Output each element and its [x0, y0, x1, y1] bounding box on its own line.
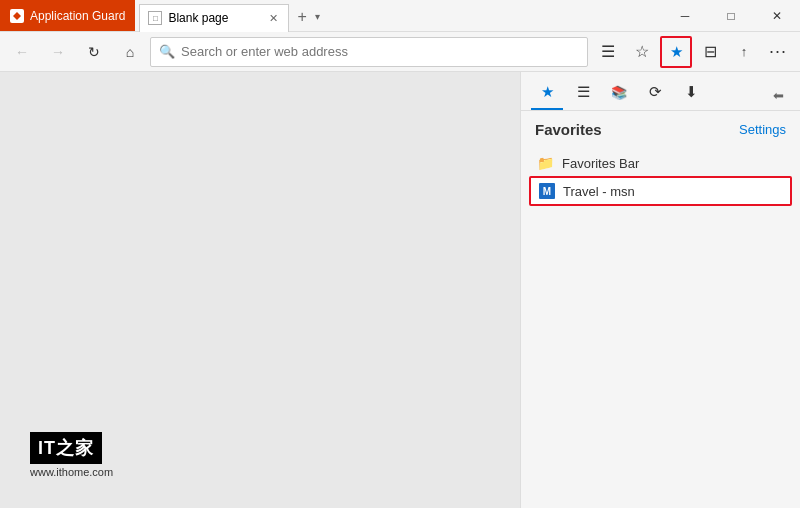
tab-favorites[interactable]: ★ [531, 80, 563, 110]
tab-area: □ Blank page ✕ + ▾ [135, 0, 662, 31]
pin-icon: ⬅ [773, 88, 784, 103]
back-icon: ← [15, 44, 29, 60]
home-icon: ⌂ [126, 44, 134, 60]
tab-page-icon: □ [148, 11, 162, 25]
close-button[interactable]: ✕ [754, 0, 800, 32]
watermark-logo: IT之家 [30, 432, 102, 464]
search-icon: 🔍 [159, 44, 175, 59]
refresh-icon: ↻ [88, 44, 100, 60]
more-icon: ··· [769, 41, 787, 62]
forward-button[interactable]: → [42, 36, 74, 68]
new-tab-button[interactable]: + [291, 8, 312, 26]
hub-icon: ★ [670, 43, 683, 61]
app-guard-tab: Application Guard [0, 0, 135, 31]
home-button[interactable]: ⌂ [114, 36, 146, 68]
folder-icon: 📁 [537, 155, 554, 171]
address-bar[interactable]: 🔍 [150, 37, 588, 67]
favorites-tab-icon: ★ [541, 83, 554, 101]
title-bar: Application Guard □ Blank page ✕ + ▾ ─ □… [0, 0, 800, 32]
favorites-panel: ★ ☰ 📚 ⟳ ⬇ ⬅ Favorites Settings [520, 72, 800, 508]
favorites-bar-folder[interactable]: 📁 Favorites Bar [529, 150, 792, 176]
history-tab-icon: ⟳ [649, 83, 662, 101]
tab-reading-list[interactable]: ☰ [567, 80, 599, 110]
share-icon: ↑ [741, 44, 748, 59]
nav-icons-right: ☰ ☆ ★ ⊟ ↑ ··· [592, 36, 794, 68]
refresh-button[interactable]: ↻ [78, 36, 110, 68]
nav-bar: ← → ↻ ⌂ 🔍 ☰ ☆ ★ ⊟ ↑ ··· [0, 32, 800, 72]
back-button[interactable]: ← [6, 36, 38, 68]
tab-dropdown-button[interactable]: ▾ [315, 11, 320, 22]
travel-msn-icon: M [539, 183, 555, 199]
reading-list-icon: ☰ [601, 42, 615, 61]
app-guard-label: Application Guard [30, 9, 125, 23]
downloads-tab-icon: ⬇ [685, 83, 698, 101]
svg-marker-0 [13, 12, 21, 20]
tab-history[interactable]: ⟳ [639, 80, 671, 110]
tab-downloads[interactable]: ⬇ [675, 80, 707, 110]
browser-tab[interactable]: □ Blank page ✕ [139, 4, 289, 32]
folder-label: Favorites Bar [562, 156, 639, 171]
travel-msn-label: Travel - msn [563, 184, 635, 199]
favorites-star-icon: ☆ [635, 42, 649, 61]
watermark: IT之家 www.ithome.com [30, 432, 113, 478]
hub-button[interactable]: ★ [660, 36, 692, 68]
tab-close-button[interactable]: ✕ [267, 10, 280, 27]
forward-icon: → [51, 44, 65, 60]
settings-link[interactable]: Settings [739, 122, 786, 137]
reading-list-button[interactable]: ☰ [592, 36, 624, 68]
browser-content: IT之家 www.ithome.com [0, 72, 520, 508]
tab-label: Blank page [168, 11, 228, 25]
window-controls: ─ □ ✕ [662, 0, 800, 31]
watermark-url: www.ithome.com [30, 466, 113, 478]
restore-button[interactable]: □ [708, 0, 754, 32]
reading-view-icon: ⊟ [704, 42, 717, 61]
pin-panel-button[interactable]: ⬅ [766, 83, 790, 107]
favorites-button[interactable]: ☆ [626, 36, 658, 68]
more-button[interactable]: ··· [762, 36, 794, 68]
books-tab-icon: 📚 [611, 85, 627, 100]
panel-tabs: ★ ☰ 📚 ⟳ ⬇ ⬅ [521, 72, 800, 111]
panel-title: Favorites [535, 121, 602, 138]
favorites-list: 📁 Favorites Bar M Travel - msn [521, 146, 800, 210]
panel-header: Favorites Settings [521, 111, 800, 146]
tab-books[interactable]: 📚 [603, 80, 635, 110]
address-input[interactable] [181, 44, 579, 59]
app-guard-icon [10, 9, 24, 23]
travel-msn-item[interactable]: M Travel - msn [529, 176, 792, 206]
reading-list-tab-icon: ☰ [577, 83, 590, 101]
share-button[interactable]: ↑ [728, 36, 760, 68]
reading-view-button[interactable]: ⊟ [694, 36, 726, 68]
main-area: IT之家 www.ithome.com ★ ☰ 📚 ⟳ ⬇ ⬅ [0, 72, 800, 508]
minimize-button[interactable]: ─ [662, 0, 708, 32]
